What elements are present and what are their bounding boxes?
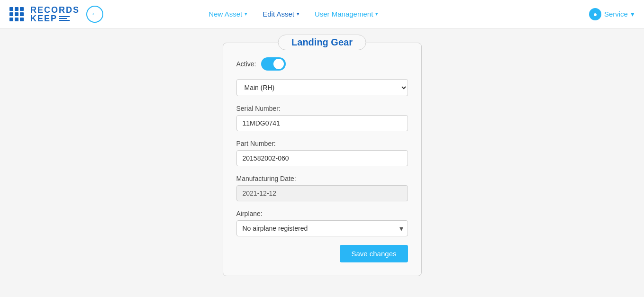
logo-keep-text: KEEP <box>30 14 80 23</box>
header-nav: New Asset ▾ Edit Asset ▾ User Management… <box>209 10 378 18</box>
airplane-label: Airplane: <box>236 210 408 217</box>
serial-number-group: Serial Number: <box>236 105 408 131</box>
nav-new-asset-chevron: ▾ <box>245 11 247 17</box>
airplane-group: Airplane: No airplane registered ▾ <box>236 210 408 236</box>
save-changes-button[interactable]: Save changes <box>340 245 408 262</box>
logo-lines <box>59 16 70 21</box>
nav-edit-asset-label: Edit Asset <box>263 10 294 18</box>
main-content: Landing Gear Active: Main (RH) Main (LH)… <box>0 28 644 297</box>
serial-number-input[interactable] <box>236 115 408 131</box>
grid-icon[interactable] <box>9 7 24 21</box>
part-number-label: Part Number: <box>236 140 408 147</box>
user-label: Service <box>604 10 628 18</box>
header: RECORDS KEEP ← New Asset ▾ Edit Asset ▾ … <box>0 0 644 28</box>
logo-records-text: RECORDS <box>30 6 80 14</box>
nav-edit-asset[interactable]: Edit Asset ▾ <box>263 10 299 18</box>
nav-edit-asset-chevron: ▾ <box>297 11 299 17</box>
manufacturing-date-input <box>236 185 408 201</box>
nav-new-asset-label: New Asset <box>209 10 242 18</box>
active-label: Active: <box>236 60 256 68</box>
nav-user-management[interactable]: User Management ▾ <box>315 10 378 18</box>
header-left: RECORDS KEEP ← <box>9 6 103 23</box>
part-number-input[interactable] <box>236 150 408 166</box>
nav-user-management-label: User Management <box>315 10 373 18</box>
form-footer: Save changes <box>236 245 408 262</box>
position-select[interactable]: Main (RH) Main (LH) Nose Tail <box>236 79 408 96</box>
user-avatar-icon: ● <box>589 8 601 20</box>
position-group: Main (RH) Main (LH) Nose Tail <box>236 79 408 96</box>
manufacturing-date-label: Manufacturing Date: <box>236 175 408 182</box>
nav-new-asset[interactable]: New Asset ▾ <box>209 10 247 18</box>
form-card: Landing Gear Active: Main (RH) Main (LH)… <box>223 43 422 276</box>
user-chevron: ▾ <box>631 10 635 18</box>
airplane-select-wrapper: No airplane registered ▾ <box>236 220 408 236</box>
airplane-select[interactable]: No airplane registered <box>236 220 408 236</box>
active-row: Active: <box>236 57 408 71</box>
manufacturing-date-group: Manufacturing Date: <box>236 175 408 201</box>
active-toggle[interactable] <box>261 57 286 71</box>
form-title-wrapper: Landing Gear <box>278 35 366 50</box>
nav-user-management-chevron: ▾ <box>375 11 378 17</box>
part-number-group: Part Number: <box>236 140 408 166</box>
form-title: Landing Gear <box>291 37 353 47</box>
back-button[interactable]: ← <box>86 6 103 23</box>
logo: RECORDS KEEP <box>30 6 80 23</box>
user-menu[interactable]: ● Service ▾ <box>589 8 635 20</box>
serial-number-label: Serial Number: <box>236 105 408 112</box>
